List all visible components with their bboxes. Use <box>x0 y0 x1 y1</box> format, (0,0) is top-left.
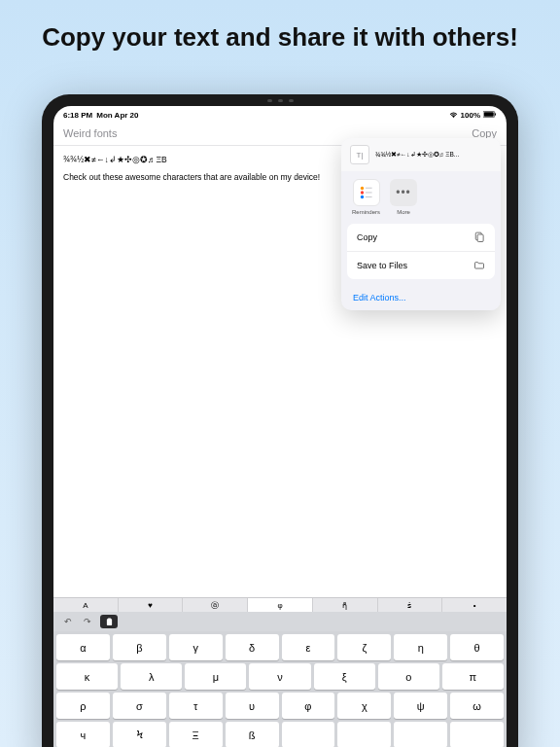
key-θ[interactable]: θ <box>450 634 504 660</box>
action-copy-label: Copy <box>357 232 377 242</box>
share-app-more[interactable]: ••• More <box>390 179 417 215</box>
suggestion-6[interactable]: • <box>442 598 507 612</box>
screen: 6:18 PM Mon Apr 20 100% Weird fonts Copy… <box>53 106 507 747</box>
key-σ[interactable]: σ <box>113 693 166 719</box>
key-Ξ[interactable]: Ξ <box>169 722 223 747</box>
status-battery-pct: 100% <box>461 111 480 120</box>
suggestion-2[interactable]: ⓐ <box>183 598 248 612</box>
key-μ[interactable]: μ <box>185 663 246 690</box>
device-notch <box>241 98 319 102</box>
marketing-headline: Copy your text and share it with others! <box>0 0 560 67</box>
svg-rect-2 <box>495 113 496 115</box>
action-save-to-files[interactable]: Save to Files <box>347 252 495 279</box>
key-blank[interactable] <box>337 722 391 747</box>
key-τ[interactable]: τ <box>169 693 223 719</box>
key-ε[interactable]: ε <box>282 634 335 660</box>
suggestion-bar: A ♥ ⓐ φ ῆ ṡ • <box>53 597 507 612</box>
share-preview-text: ¾¾½✖≠←↓↲★✣◎✪♬ ΞB... <box>375 151 459 159</box>
key-ω[interactable]: ω <box>450 693 504 719</box>
svg-point-4 <box>360 191 363 194</box>
key-δ[interactable]: δ <box>226 634 279 660</box>
key-α[interactable]: α <box>56 634 110 660</box>
copy-icon <box>473 231 485 243</box>
status-bar: 6:18 PM Mon Apr 20 100% <box>53 106 507 122</box>
key-β[interactable]: β <box>113 634 166 660</box>
key-ß[interactable]: ß <box>226 722 279 747</box>
key-γ[interactable]: γ <box>169 634 223 660</box>
key-λ[interactable]: λ <box>121 663 182 690</box>
battery-icon <box>483 111 497 120</box>
svg-rect-8 <box>365 196 371 197</box>
key-ν[interactable]: ν <box>249 663 310 690</box>
svg-rect-12 <box>108 618 111 620</box>
text-document-icon: T| <box>350 145 369 164</box>
svg-point-3 <box>360 187 363 190</box>
keyboard-toolbar: ↶ ↷ <box>53 612 507 631</box>
keyboard: A ♥ ⓐ φ ῆ ṡ • ↶ ↷ αβγδεζηθ κλμνξοπ ρστυφ… <box>53 597 507 747</box>
suggestion-5[interactable]: ṡ <box>378 598 443 612</box>
share-sheet: T| ¾¾½✖≠←↓↲★✣◎✪♬ ΞB... Reminders ••• Mor… <box>341 138 501 310</box>
key-υ[interactable]: υ <box>226 693 279 719</box>
suggestion-0[interactable]: A <box>53 598 119 612</box>
key-η[interactable]: η <box>394 634 447 660</box>
svg-point-5 <box>360 196 363 198</box>
app-label-more: More <box>397 209 410 215</box>
svg-rect-10 <box>477 234 483 242</box>
key-ο[interactable]: ο <box>378 663 439 690</box>
key-κ[interactable]: κ <box>56 663 118 690</box>
status-date: Mon Apr 20 <box>96 111 138 120</box>
key-φ[interactable]: φ <box>282 693 335 719</box>
redo-button[interactable]: ↷ <box>81 615 94 628</box>
suggestion-4[interactable]: ῆ <box>313 598 378 612</box>
key-blank[interactable] <box>282 722 335 747</box>
key-χ[interactable]: χ <box>337 693 391 719</box>
share-apps-row: Reminders ••• More <box>341 171 501 224</box>
key-ψ[interactable]: ψ <box>394 693 447 719</box>
key-ч[interactable]: ч <box>56 722 110 747</box>
key-blank[interactable] <box>450 722 504 747</box>
paste-button[interactable] <box>100 615 118 628</box>
share-app-reminders[interactable]: Reminders <box>352 179 380 215</box>
share-preview: T| ¾¾½✖≠←↓↲★✣◎✪♬ ΞB... <box>341 138 501 171</box>
key-ρ[interactable]: ρ <box>56 693 110 719</box>
suggestion-3[interactable]: φ <box>248 598 313 612</box>
key-Ϟ[interactable]: Ϟ <box>113 722 166 747</box>
key-blank[interactable] <box>394 722 447 747</box>
nav-title: Weird fonts <box>63 127 117 139</box>
wifi-icon <box>449 111 458 120</box>
app-label-reminders: Reminders <box>352 209 380 215</box>
key-π[interactable]: π <box>442 663 504 690</box>
edit-actions-link[interactable]: Edit Actions... <box>341 285 501 310</box>
svg-rect-6 <box>365 188 371 189</box>
reminders-icon <box>353 179 380 206</box>
svg-rect-1 <box>484 112 494 116</box>
key-ζ[interactable]: ζ <box>337 634 391 660</box>
folder-icon <box>473 260 485 271</box>
key-grid: αβγδεζηθ κλμνξοπ ρστυφχψω чϞΞß <box>53 631 507 747</box>
suggestion-1[interactable]: ♥ <box>119 598 184 612</box>
action-save-label: Save to Files <box>357 261 407 270</box>
status-time: 6:18 PM <box>63 111 92 120</box>
action-copy[interactable]: Copy <box>347 224 495 252</box>
svg-rect-11 <box>106 619 111 625</box>
undo-button[interactable]: ↶ <box>61 615 75 628</box>
ipad-frame: 6:18 PM Mon Apr 20 100% Weird fonts Copy… <box>42 94 518 747</box>
svg-rect-7 <box>365 192 371 193</box>
share-actions-list: Copy Save to Files <box>347 224 495 279</box>
key-ξ[interactable]: ξ <box>314 663 375 690</box>
more-icon: ••• <box>390 179 417 206</box>
